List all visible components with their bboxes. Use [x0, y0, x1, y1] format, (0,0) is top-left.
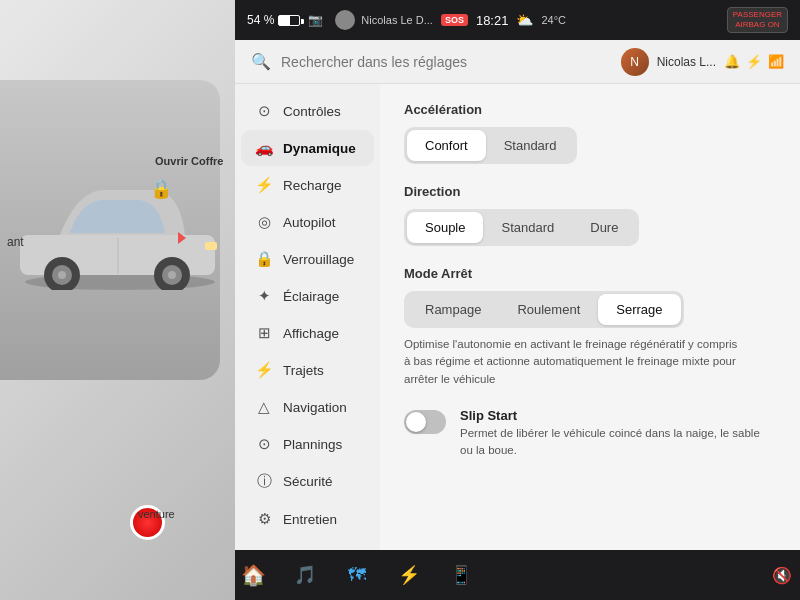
entretien-label: Entretien [283, 512, 337, 527]
clock: 18:21 [476, 13, 509, 28]
ouvrir-coffre-label: Ouvrir Coffre [155, 155, 223, 167]
controles-icon: ⊙ [255, 102, 273, 120]
direction-section: Direction Souple Standard Dure [404, 184, 776, 246]
phone-icon: 📱 [450, 564, 472, 586]
svg-rect-8 [205, 242, 217, 250]
autopilot-label: Autopilot [283, 215, 336, 230]
taskbar-phone-btn[interactable]: 📱 [443, 557, 479, 593]
securite-icon: ⓘ [255, 472, 273, 491]
dynamique-label: Dynamique [283, 141, 356, 156]
sidebar-item-navigation[interactable]: △ Navigation [241, 389, 374, 425]
taskbar-volume-btn[interactable]: 🔇 [764, 557, 800, 593]
apps-icon: ⚡ [398, 564, 420, 586]
svg-point-4 [58, 271, 66, 279]
sidebar-item-eclairage[interactable]: ✦ Éclairage [241, 278, 374, 314]
verrouillage-icon: 🔒 [255, 250, 273, 268]
search-icon: 🔍 [251, 52, 271, 71]
user-profile-area: N Nicolas L... 🔔 ⚡ 📶 [621, 48, 784, 76]
taskbar-nav-btn[interactable]: 🗺 [339, 557, 375, 593]
bell-icon: 🔔 [724, 54, 740, 69]
acceleration-section: Accélération Confort Standard [404, 102, 776, 164]
taskbar-home-btn[interactable]: 🏠 [235, 557, 271, 593]
trajets-icon: ⚡ [255, 361, 273, 379]
affichage-icon: ⊞ [255, 324, 273, 342]
direction-souple-btn[interactable]: Souple [407, 212, 483, 243]
sidebar-item-securite[interactable]: ⓘ Sécurité [241, 463, 374, 500]
trajets-label: Trajets [283, 363, 324, 378]
verrouillage-label: Verrouillage [283, 252, 354, 267]
mode-arret-section: Mode Arrêt Rampage Roulement Serrage Opt… [404, 266, 776, 388]
slip-start-info: Slip Start Permet de libérer le véhicule… [460, 408, 760, 460]
settings-panel: 54 % 📷 Nicolas Le D... SOS 18:21 ⛅ 24°C … [235, 0, 800, 600]
sidebar-item-plannings[interactable]: ⊙ Plannings [241, 426, 374, 462]
mode-rampage-btn[interactable]: Rampage [407, 294, 499, 325]
battery-info: 54 % [247, 13, 300, 27]
search-input[interactable] [281, 54, 611, 70]
direction-dure-btn[interactable]: Dure [572, 212, 636, 243]
sidebar-item-recharge[interactable]: ⚡ Recharge [241, 167, 374, 203]
main-content: ⊙ Contrôles 🚗 Dynamique ⚡ Recharge ◎ Aut… [235, 84, 800, 550]
car-background: Ouvrir Coffre 🔒 ant venture [0, 0, 240, 600]
status-bar: 54 % 📷 Nicolas Le D... SOS 18:21 ⛅ 24°C … [235, 0, 800, 40]
acceleration-title: Accélération [404, 102, 776, 117]
temperature: 24°C [541, 14, 566, 26]
battery-icon [278, 15, 300, 26]
home-icon: 🏠 [241, 563, 266, 587]
content-area: Accélération Confort Standard Direction … [380, 84, 800, 550]
sidebar-item-verrouillage[interactable]: 🔒 Verrouillage [241, 241, 374, 277]
mode-roulement-btn[interactable]: Roulement [499, 294, 598, 325]
sidebar-item-dynamique[interactable]: 🚗 Dynamique [241, 130, 374, 166]
sidebar-item-entretien[interactable]: ⚙ Entretien [241, 501, 374, 537]
lock-icon: 🔒 [150, 178, 172, 200]
mode-arret-title: Mode Arrêt [404, 266, 776, 281]
entretien-icon: ⚙ [255, 510, 273, 528]
direction-title: Direction [404, 184, 776, 199]
controles-label: Contrôles [283, 104, 341, 119]
recharge-label: Recharge [283, 178, 342, 193]
acceleration-standard-btn[interactable]: Standard [486, 130, 575, 161]
slip-start-toggle[interactable] [404, 410, 446, 434]
sidebar-item-logiciels[interactable]: ↓ Logiciels [241, 538, 374, 550]
acceleration-options: Confort Standard [404, 127, 577, 164]
eclairage-label: Éclairage [283, 289, 339, 304]
eclairage-icon: ✦ [255, 287, 273, 305]
dynamique-icon: 🚗 [255, 139, 273, 157]
sidebar-item-affichage[interactable]: ⊞ Affichage [241, 315, 374, 351]
sidebar-item-autopilot[interactable]: ◎ Autopilot [241, 204, 374, 240]
direction-standard-btn[interactable]: Standard [483, 212, 572, 243]
username: Nicolas L... [657, 55, 716, 69]
weather-icon: ⛅ [516, 12, 533, 28]
driver-name-top: Nicolas Le D... [361, 14, 433, 26]
affichage-label: Affichage [283, 326, 339, 341]
taskbar-media-btn[interactable]: 🎵 [287, 557, 323, 593]
ventre-label: venture [138, 508, 175, 520]
media-icon: 🎵 [294, 564, 316, 586]
plannings-label: Plannings [283, 437, 342, 452]
sos-badge: SOS [441, 14, 468, 26]
taskbar: 🏠 🎵 🗺 ⚡ 📱 🔇 [235, 550, 800, 600]
sidebar: ⊙ Contrôles 🚗 Dynamique ⚡ Recharge ◎ Aut… [235, 84, 380, 550]
map-icon: 🗺 [348, 565, 366, 586]
slip-start-label: Slip Start [460, 408, 760, 423]
acceleration-confort-btn[interactable]: Confort [407, 130, 486, 161]
profile-area: Nicolas Le D... [335, 10, 433, 30]
plannings-icon: ⊙ [255, 435, 273, 453]
sidebar-item-trajets[interactable]: ⚡ Trajets [241, 352, 374, 388]
search-bar: 🔍 N Nicolas L... 🔔 ⚡ 📶 [235, 40, 800, 84]
ant-label: ant [7, 235, 24, 249]
passenger-airbag-badge: PASSENGERAIRBAG ON [727, 7, 788, 34]
battery-percentage: 54 % [247, 13, 274, 27]
navigation-icon: △ [255, 398, 273, 416]
bluetooth-icon: ⚡ [746, 54, 762, 69]
securite-label: Sécurité [283, 474, 333, 489]
profile-avatar-top [335, 10, 355, 30]
taskbar-apps-btn[interactable]: ⚡ [391, 557, 427, 593]
mode-arret-description: Optimise l'autonomie en activant le frei… [404, 336, 744, 388]
mode-serrage-btn[interactable]: Serrage [598, 294, 680, 325]
sidebar-item-controles[interactable]: ⊙ Contrôles [241, 93, 374, 129]
volume-icon: 🔇 [772, 566, 792, 585]
slip-start-section: Slip Start Permet de libérer le véhicule… [404, 408, 776, 460]
autopilot-icon: ◎ [255, 213, 273, 231]
direction-options: Souple Standard Dure [404, 209, 639, 246]
navigation-label: Navigation [283, 400, 347, 415]
